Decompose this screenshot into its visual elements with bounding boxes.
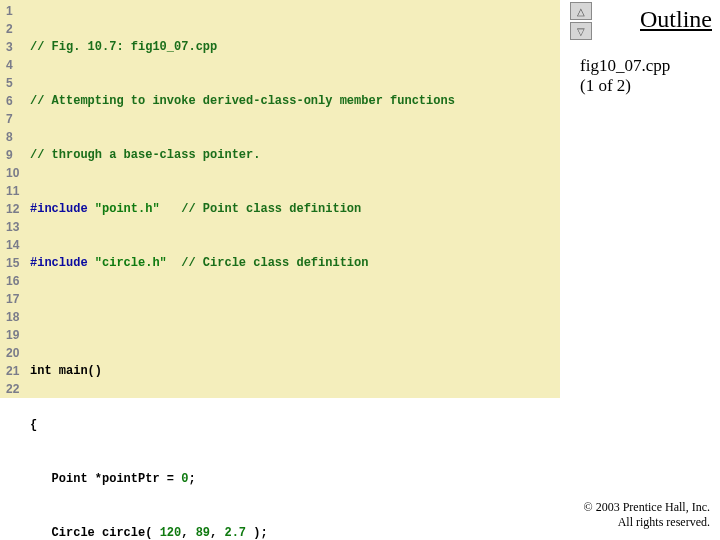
code-number: 89 (196, 526, 210, 540)
line-number: 17 (6, 290, 30, 308)
line-number: 22 (6, 380, 30, 398)
code-number: 120 (160, 526, 182, 540)
code-comment: // Circle class definition (167, 256, 369, 270)
line-number: 2 (6, 20, 30, 38)
line-number-gutter: 1 2 3 4 5 6 7 8 9 10 11 12 13 14 15 16 1… (0, 2, 30, 398)
code-panel: 1 2 3 4 5 6 7 8 9 10 11 12 13 14 15 16 1… (0, 0, 560, 398)
line-number: 10 (6, 164, 30, 182)
copyright-line2: All rights reserved. (618, 515, 710, 529)
triangle-down-icon: ▽ (577, 26, 585, 37)
code-text: Point *pointPtr = (30, 472, 181, 486)
code-comment: // Fig. 10.7: fig10_07.cpp (30, 40, 217, 54)
copyright-line1: © 2003 Prentice Hall, Inc. (584, 500, 710, 514)
code-text: int main() (30, 364, 102, 378)
outline-heading: Outline (640, 6, 712, 33)
line-number: 14 (6, 236, 30, 254)
outline-file: fig10_07.cpp (580, 56, 670, 75)
nav-down-button[interactable]: ▽ (570, 22, 592, 40)
code-text: ); (246, 526, 268, 540)
copyright-text: © 2003 Prentice Hall, Inc. All rights re… (584, 500, 710, 530)
code-comment: // Point class definition (160, 202, 362, 216)
line-number: 16 (6, 272, 30, 290)
line-number: 8 (6, 128, 30, 146)
code-text: , (210, 526, 224, 540)
line-number: 18 (6, 308, 30, 326)
line-number: 9 (6, 146, 30, 164)
line-number: 1 (6, 2, 30, 20)
triangle-up-icon: △ (577, 6, 585, 17)
code-string: "point.h" (95, 202, 160, 216)
line-number: 3 (6, 38, 30, 56)
code-comment: // Attempting to invoke derived-class-on… (30, 94, 455, 108)
code-text: Circle circle( (30, 526, 160, 540)
line-number: 4 (6, 56, 30, 74)
line-number: 19 (6, 326, 30, 344)
line-number: 20 (6, 344, 30, 362)
line-number: 13 (6, 218, 30, 236)
line-number: 7 (6, 110, 30, 128)
code-body: // Fig. 10.7: fig10_07.cpp // Attempting… (30, 2, 560, 398)
line-number: 21 (6, 362, 30, 380)
line-number: 11 (6, 182, 30, 200)
line-number: 5 (6, 74, 30, 92)
code-string: "circle.h" (95, 256, 167, 270)
code-text: { (30, 418, 37, 432)
nav-buttons: △ ▽ (570, 2, 594, 40)
code-comment: // through a base-class pointer. (30, 148, 260, 162)
line-number: 12 (6, 200, 30, 218)
outline-page: (1 of 2) (580, 76, 631, 95)
nav-up-button[interactable]: △ (570, 2, 592, 20)
code-preproc: #include (30, 256, 95, 270)
outline-subheading: fig10_07.cpp (1 of 2) (580, 56, 710, 97)
code-number: 2.7 (224, 526, 246, 540)
line-number: 6 (6, 92, 30, 110)
code-text: , (181, 526, 195, 540)
line-number: 15 (6, 254, 30, 272)
code-text: ; (188, 472, 195, 486)
code-preproc: #include (30, 202, 95, 216)
